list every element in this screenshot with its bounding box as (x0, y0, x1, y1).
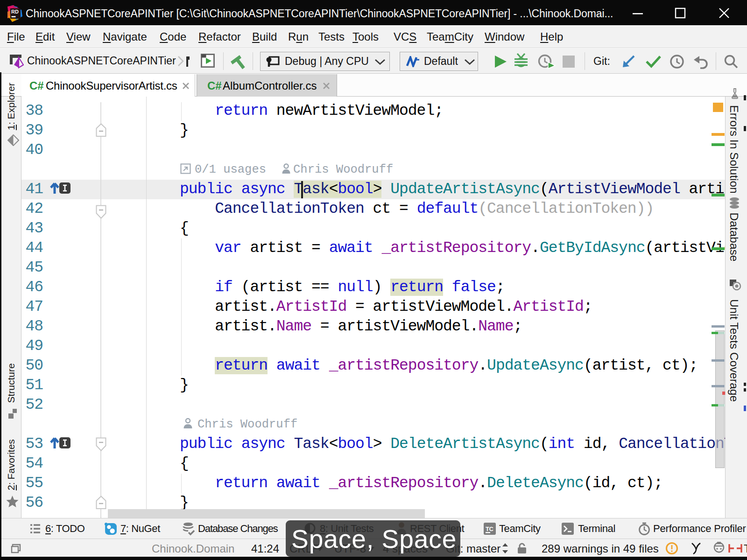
svg-text:RD: RD (11, 9, 19, 14)
svg-text:TC: TC (486, 525, 494, 532)
